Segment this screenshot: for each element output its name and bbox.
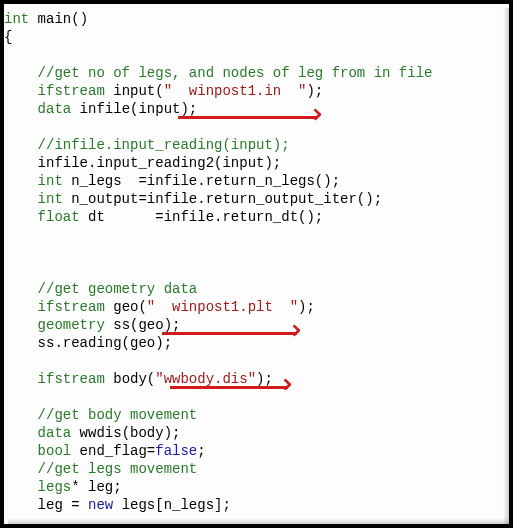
source-code: int main() { //get no of legs, and nodes… bbox=[4, 4, 509, 514]
kw-data: data bbox=[4, 101, 71, 117]
underline-winpost1-in bbox=[178, 116, 318, 119]
text: main() bbox=[29, 11, 88, 27]
text: ss.reading(geo); bbox=[4, 335, 172, 351]
comment: //get geometry data bbox=[4, 281, 197, 297]
comment: //infile.input_reading(input); bbox=[4, 137, 290, 153]
underline-wwbody-dis bbox=[170, 386, 288, 389]
string-winpost1-plt: " winpost1.plt " bbox=[147, 299, 298, 315]
text: * leg; bbox=[71, 479, 121, 495]
text: ); bbox=[298, 299, 315, 315]
string-winpost1-in: " winpost1.in " bbox=[164, 83, 307, 99]
kw-legs: legs bbox=[4, 479, 71, 495]
kw-new: new bbox=[88, 497, 113, 513]
kw-geometry: geometry bbox=[4, 317, 105, 333]
text: infile.input_reading2(input); bbox=[4, 155, 281, 171]
text: leg = bbox=[4, 497, 88, 513]
text: ss(geo); bbox=[105, 317, 181, 333]
kw-int: int bbox=[4, 173, 63, 189]
text: end_flag= bbox=[71, 443, 155, 459]
kw-false: false bbox=[155, 443, 197, 459]
text: n_output=infile.return_output_iter(); bbox=[63, 191, 382, 207]
text: legs[n_legs]; bbox=[113, 497, 231, 513]
string-wwbody-dis: "wwbody.dis" bbox=[155, 371, 256, 387]
text: wwdis(body); bbox=[71, 425, 180, 441]
brace-open: { bbox=[4, 29, 12, 45]
kw-bool: bool bbox=[4, 443, 71, 459]
code-screenshot-frame: int main() { //get no of legs, and nodes… bbox=[0, 0, 513, 528]
comment: //get legs movement bbox=[4, 461, 197, 477]
kw-int: int bbox=[4, 11, 29, 27]
text: body( bbox=[105, 371, 155, 387]
text: ); bbox=[306, 83, 323, 99]
text: input( bbox=[105, 83, 164, 99]
kw-ifstream: ifstream bbox=[4, 83, 105, 99]
text: dt =infile.return_dt(); bbox=[80, 209, 324, 225]
text: infile(input); bbox=[71, 101, 197, 117]
text: ; bbox=[197, 443, 205, 459]
text: ); bbox=[256, 371, 273, 387]
kw-ifstream: ifstream bbox=[4, 299, 105, 315]
comment: //get no of legs, and nodes of leg from … bbox=[4, 65, 432, 81]
kw-int: int bbox=[4, 191, 63, 207]
kw-ifstream: ifstream bbox=[4, 371, 105, 387]
underline-winpost1-plt bbox=[162, 332, 297, 335]
inner-shadow-bottom bbox=[8, 518, 509, 524]
comment: //get body movement bbox=[4, 407, 197, 423]
text: n_legs =infile.return_n_legs(); bbox=[63, 173, 340, 189]
kw-data: data bbox=[4, 425, 71, 441]
kw-float: float bbox=[4, 209, 80, 225]
text: geo( bbox=[105, 299, 147, 315]
